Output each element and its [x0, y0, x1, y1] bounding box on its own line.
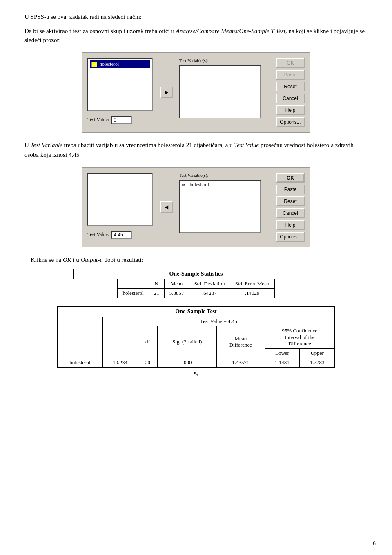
- test-col-t: t: [102, 326, 138, 358]
- dialog2-help-btn[interactable]: Help: [276, 220, 305, 230]
- test-cell-t: 10.234: [102, 358, 138, 367]
- dialog1-var-label: Test Variable(s):: [179, 58, 272, 63]
- stats-col-std-err: Std. Error Mean: [230, 279, 274, 288]
- dialog1-test-value-input[interactable]: [111, 116, 132, 124]
- stats-data-row: holesterol 21 5.8857 .64287 .14029: [118, 288, 274, 298]
- stats-cell-std-dev: .64287: [189, 288, 230, 298]
- dialog2-ok-btn[interactable]: OK: [276, 173, 305, 183]
- pencil-icon: ✏: [182, 182, 187, 188]
- dialog2-left: Test Value:: [87, 173, 154, 242]
- stats-table-header-row: N Mean Std. Deviation Std. Error Mean: [118, 279, 274, 288]
- stats-row-label: holesterol: [118, 288, 149, 298]
- stats-table-title: One-Sample Statistics: [74, 269, 318, 279]
- dialog-2: Test Value: ◀ Test Variable(s): ✏ holest…: [82, 167, 310, 247]
- dialog1-arrow-button[interactable]: ▶: [160, 87, 173, 98]
- dialog1-test-value-row: Test Value:: [87, 116, 154, 124]
- holesterol-icon: ✏: [91, 62, 97, 67]
- middle-text: U Test Variable treba ubaciti varijablu …: [24, 140, 368, 160]
- test-table-top-header: Test Value = 4.45: [58, 317, 335, 326]
- dialog1-left: ✏ holesterol Test Value:: [87, 58, 154, 127]
- test-table-wrapper: One-Sample Test Test Value = 4.45 t df S…: [57, 306, 335, 378]
- test-col-sig: Sig. (2-tailed): [158, 326, 217, 358]
- dialog2-right: Test Variable(s): ✏ holesterol: [179, 173, 272, 242]
- dialog-1: ✏ holesterol Test Value: ▶ Test Variable…: [82, 52, 310, 133]
- dialog2-variable-list[interactable]: [87, 173, 153, 226]
- result-text: Klikne se na OK i u Output-u dobiju rezu…: [24, 255, 368, 265]
- test-cell-upper: 1.7283: [300, 358, 335, 367]
- dialog1-variable-list[interactable]: ✏ holesterol: [87, 58, 153, 111]
- stats-cell-std-err: .14029: [230, 288, 274, 298]
- dialog2-test-value-input[interactable]: [111, 231, 132, 239]
- stats-col-mean: Mean: [164, 279, 189, 288]
- dialog2-test-value-row: Test Value:: [87, 231, 154, 239]
- page-number: 6: [373, 540, 376, 547]
- test-table: Test Value = 4.45 t df Sig. (2-tailed) M…: [57, 317, 335, 368]
- test-row-label: holesterol: [58, 358, 103, 367]
- dialog1-help-btn[interactable]: Help: [276, 105, 305, 115]
- stats-col-std-dev: Std. Deviation: [189, 279, 230, 288]
- test-cell-lower: 1.1431: [265, 358, 300, 367]
- stats-col-empty: [118, 279, 149, 288]
- dialog1-options-btn[interactable]: Options...: [276, 117, 305, 127]
- dialog2-arrow-area: ◀: [158, 173, 175, 242]
- dialog1-list-item[interactable]: ✏ holesterol: [90, 60, 150, 68]
- dialog1-cancel-btn[interactable]: Cancel: [276, 94, 305, 103]
- test-data-row: holesterol 10.234 20 .000 1.43571 1.1431…: [58, 358, 335, 367]
- stats-table-wrapper: One-Sample Statistics N Mean Std. Deviat…: [74, 269, 318, 298]
- dialog2-paste-btn[interactable]: Paste: [276, 185, 305, 194]
- dialog1-paste-btn[interactable]: Paste: [276, 70, 305, 80]
- stats-table: N Mean Std. Deviation Std. Error Mean ho…: [117, 279, 274, 298]
- dialog2-var-item: ✏ holesterol: [180, 181, 260, 189]
- dialog1-var-list[interactable]: [179, 65, 261, 118]
- test-col-lower: Lower: [265, 348, 300, 358]
- stats-col-n: N: [149, 279, 164, 288]
- test-col-mean-diff: MeanDifference: [217, 326, 265, 358]
- test-cell-sig: .000: [158, 358, 217, 367]
- test-col-df: df: [138, 326, 158, 358]
- dialog1-right: Test Variable(s):: [179, 58, 272, 127]
- dialog2-var-list[interactable]: ✏ holesterol: [179, 180, 261, 233]
- cursor-icon: ↖: [193, 370, 199, 378]
- dialog2-buttons: OK Paste Reset Cancel Help Options...: [276, 173, 305, 242]
- test-value-header: Test Value = 4.45: [102, 317, 334, 326]
- test-col-empty: [58, 317, 103, 358]
- test-cell-df: 20: [138, 358, 158, 367]
- dialog2-cancel-btn[interactable]: Cancel: [276, 208, 305, 218]
- test-col-ci: 95% ConfidenceInterval of theDifference: [265, 326, 334, 348]
- stats-cell-mean: 5.8857: [164, 288, 189, 298]
- intro-line1: U SPSS-u se ovaj zadatak radi na sledeći…: [24, 12, 368, 22]
- dialog1-arrow-area: ▶: [158, 58, 175, 127]
- dialog1-ok-btn[interactable]: OK: [276, 58, 305, 68]
- dialog1-reset-btn[interactable]: Reset: [276, 82, 305, 91]
- intro-line2: Da bi se aktivirao t test za osnovni sku…: [24, 27, 368, 45]
- dialog2-var-label: Test Variable(s):: [179, 173, 272, 178]
- dialog1-buttons: OK Paste Reset Cancel Help Options...: [276, 58, 305, 127]
- dialog2-reset-btn[interactable]: Reset: [276, 196, 305, 206]
- test-table-title: One-Sample Test: [57, 306, 335, 317]
- test-col-upper: Upper: [300, 348, 335, 358]
- dialog2-options-btn[interactable]: Options...: [276, 232, 305, 242]
- stats-cell-n: 21: [149, 288, 164, 298]
- dialog2-arrow-button[interactable]: ◀: [160, 201, 173, 213]
- test-cell-mean-diff: 1.43571: [217, 358, 265, 367]
